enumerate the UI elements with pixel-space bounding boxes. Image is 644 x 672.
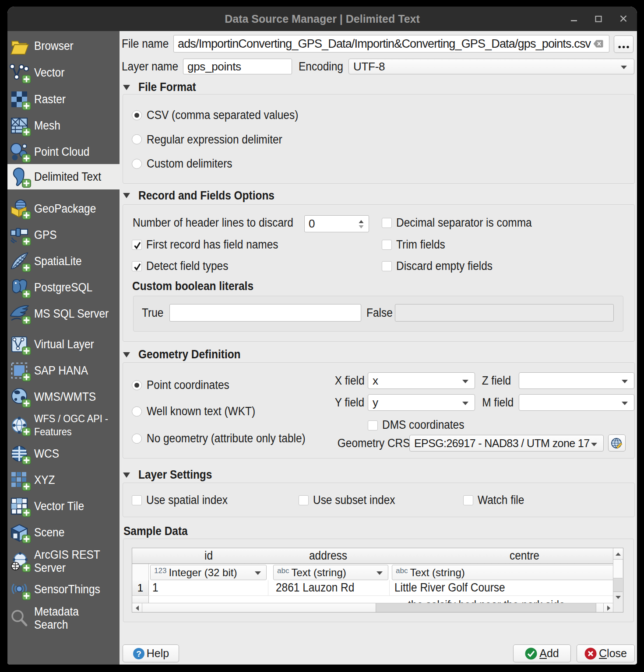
svg-text:?: ?: [136, 649, 141, 658]
